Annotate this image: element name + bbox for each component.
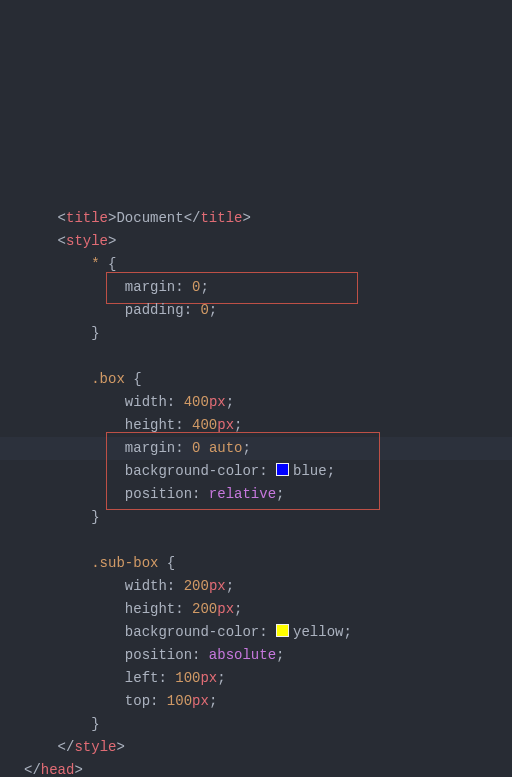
code-token: .box bbox=[91, 371, 125, 387]
code-token: blue bbox=[293, 463, 327, 479]
code-token: : bbox=[167, 578, 175, 594]
code-token: : bbox=[175, 279, 183, 295]
code-token: yellow bbox=[293, 624, 343, 640]
code-token bbox=[24, 555, 91, 571]
code-token: ; bbox=[234, 601, 242, 617]
code-token: height bbox=[125, 601, 175, 617]
code-token: : bbox=[158, 670, 166, 686]
code-token: Document bbox=[116, 210, 183, 226]
code-token bbox=[24, 371, 91, 387]
code-token: px bbox=[200, 670, 217, 686]
code-token: 200 bbox=[192, 601, 217, 617]
code-token: ; bbox=[226, 578, 234, 594]
code-token bbox=[24, 210, 58, 226]
code-token: left bbox=[125, 670, 159, 686]
code-token: ; bbox=[343, 624, 351, 640]
code-token: auto bbox=[209, 440, 243, 456]
code-token: padding bbox=[125, 302, 184, 318]
code-token bbox=[24, 739, 58, 755]
code-token bbox=[24, 647, 125, 663]
code-token: 100 bbox=[175, 670, 200, 686]
code-token: title bbox=[200, 210, 242, 226]
code-token: </ bbox=[24, 762, 41, 777]
code-token: < bbox=[58, 233, 66, 249]
code-token: style bbox=[74, 739, 116, 755]
code-token: .sub-box bbox=[91, 555, 158, 571]
blank-line bbox=[24, 348, 32, 364]
code-token: 400 bbox=[192, 417, 217, 433]
code-token: width bbox=[125, 394, 167, 410]
code-token bbox=[24, 716, 91, 732]
code-token: 200 bbox=[184, 578, 209, 594]
color-swatch-blue bbox=[276, 463, 289, 476]
code-token: > bbox=[242, 210, 250, 226]
blank-line bbox=[24, 532, 32, 548]
code-lines: <title>Document</title> <style> * { marg… bbox=[24, 184, 512, 777]
code-token bbox=[24, 256, 91, 272]
code-token: ; bbox=[200, 279, 208, 295]
code-token: px bbox=[209, 578, 226, 594]
code-token: ; bbox=[234, 417, 242, 433]
code-token: : bbox=[175, 601, 183, 617]
code-token: { bbox=[108, 256, 116, 272]
code-token: px bbox=[217, 417, 234, 433]
code-token: : bbox=[259, 624, 267, 640]
code-token bbox=[24, 624, 125, 640]
code-token: 400 bbox=[184, 394, 209, 410]
code-token bbox=[24, 440, 125, 456]
code-token: } bbox=[91, 325, 99, 341]
code-token: { bbox=[167, 555, 175, 571]
code-token: ; bbox=[217, 670, 225, 686]
code-token: > bbox=[108, 233, 116, 249]
code-token: </ bbox=[58, 739, 75, 755]
code-token: : bbox=[175, 417, 183, 433]
code-token: ; bbox=[327, 463, 335, 479]
code-token: height bbox=[125, 417, 175, 433]
code-token bbox=[24, 302, 125, 318]
code-token: ; bbox=[276, 647, 284, 663]
code-editor[interactable]: <title>Document</title> <style> * { marg… bbox=[0, 0, 512, 777]
code-token: : bbox=[259, 463, 267, 479]
code-token: px bbox=[217, 601, 234, 617]
code-token: { bbox=[133, 371, 141, 387]
code-token: width bbox=[125, 578, 167, 594]
code-token: title bbox=[66, 210, 108, 226]
code-token: absolute bbox=[209, 647, 276, 663]
code-token: : bbox=[167, 394, 175, 410]
code-token: ; bbox=[209, 693, 217, 709]
code-token: position bbox=[125, 647, 192, 663]
code-token: position bbox=[125, 486, 192, 502]
code-token bbox=[24, 578, 125, 594]
code-token bbox=[24, 394, 125, 410]
code-token: > bbox=[116, 739, 124, 755]
code-token bbox=[24, 279, 125, 295]
code-token: : bbox=[175, 440, 183, 456]
code-token bbox=[24, 325, 91, 341]
code-token: : bbox=[184, 302, 192, 318]
code-token: ; bbox=[242, 440, 250, 456]
code-token: background-color bbox=[125, 624, 259, 640]
code-token: margin bbox=[125, 440, 175, 456]
code-token bbox=[24, 417, 125, 433]
code-token bbox=[24, 233, 58, 249]
code-token bbox=[24, 486, 125, 502]
code-token: > bbox=[74, 762, 82, 777]
code-token bbox=[24, 670, 125, 686]
code-token: < bbox=[58, 210, 66, 226]
code-token bbox=[24, 693, 125, 709]
code-token: </ bbox=[184, 210, 201, 226]
code-token: 0 bbox=[200, 302, 208, 318]
code-token: } bbox=[91, 509, 99, 525]
code-token bbox=[24, 601, 125, 617]
code-token: style bbox=[66, 233, 108, 249]
code-token: ; bbox=[226, 394, 234, 410]
code-token: ; bbox=[209, 302, 217, 318]
color-swatch-yellow bbox=[276, 624, 289, 637]
code-token: background-color bbox=[125, 463, 259, 479]
code-token: } bbox=[91, 716, 99, 732]
code-token: px bbox=[192, 693, 209, 709]
code-token: head bbox=[41, 762, 75, 777]
code-token: 100 bbox=[167, 693, 192, 709]
code-token bbox=[24, 463, 125, 479]
code-token: ; bbox=[276, 486, 284, 502]
